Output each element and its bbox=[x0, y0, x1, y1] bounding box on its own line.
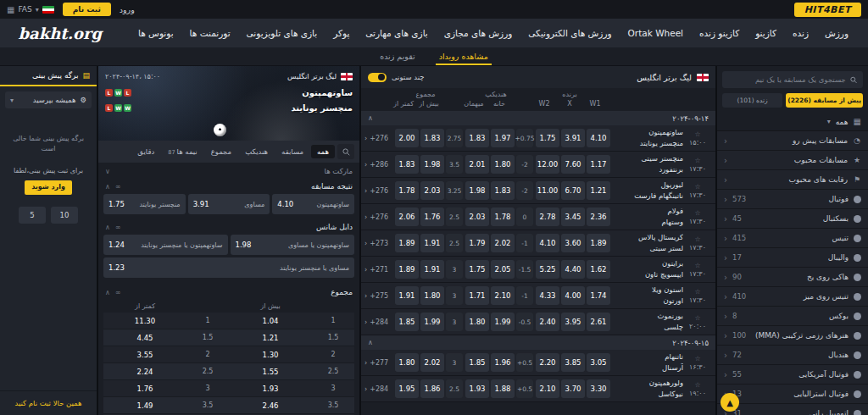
odd-handicap-home[interactable]: 1.97 bbox=[491, 129, 515, 147]
under-odd[interactable]: 1.49 bbox=[103, 401, 186, 410]
odd-w2[interactable]: 2.40 bbox=[536, 313, 559, 331]
under-odd[interactable]: 11.30 bbox=[103, 317, 186, 325]
favorite-star-icon[interactable]: ☆ bbox=[694, 209, 700, 217]
odd-over[interactable]: 1.99 bbox=[420, 313, 444, 331]
odd-under[interactable]: 2.00 bbox=[395, 129, 419, 147]
odd-handicap-home[interactable]: 1.99 bbox=[491, 313, 515, 331]
odd-w2[interactable]: 5.25 bbox=[536, 260, 559, 279]
odd-handicap-home[interactable]: 1.88 bbox=[491, 379, 515, 398]
favorite-star-icon[interactable]: ☆ bbox=[694, 314, 700, 322]
match-teams[interactable]: تاتنهامآرسنال bbox=[610, 351, 683, 374]
odd-handicap-home[interactable]: 1.96 bbox=[491, 353, 515, 372]
sidebar-sport-item[interactable]: هنرهای رزمی ترکیبی (MMA)100‹ bbox=[717, 326, 868, 346]
odd-handicap-away[interactable]: 1.93 bbox=[465, 379, 489, 398]
match-teams[interactable]: فولاموستهام bbox=[610, 206, 683, 228]
odd-over[interactable]: 1.76 bbox=[420, 208, 444, 226]
more-markets-button[interactable]: +275‹ bbox=[364, 292, 392, 300]
odd-x[interactable]: 4.00 bbox=[561, 286, 585, 305]
odd-x[interactable]: 4.40 bbox=[561, 260, 585, 279]
detail-tab[interactable]: مجموع bbox=[205, 145, 237, 158]
sidebar-sport-item[interactable]: بسکتبال45‹ bbox=[717, 209, 868, 229]
odd-under[interactable]: 1.89 bbox=[395, 234, 419, 252]
odd-over[interactable]: 2.03 bbox=[420, 181, 444, 200]
quick-stake-button[interactable]: 5 bbox=[19, 207, 46, 224]
odd-x[interactable]: 3.70 bbox=[561, 379, 585, 398]
match-row[interactable]: ☆۱۷:۳۰کریستال پالاسلستر سیتی1.893.604.10… bbox=[361, 230, 715, 257]
detail-tab[interactable]: نیمه ها87 bbox=[162, 145, 203, 158]
odd-over[interactable]: 1.91 bbox=[420, 234, 444, 252]
odd-handicap-home[interactable]: 2.05 bbox=[491, 260, 515, 279]
over-odd[interactable]: 1.21 bbox=[229, 334, 312, 342]
odd-w2[interactable]: 12.00 bbox=[536, 155, 559, 174]
odd-cell[interactable]: ساوتهمپتون یا منچستر یونایتد1.24 bbox=[103, 235, 228, 255]
betslip-header[interactable]: ▤ برگه پیش بینی bbox=[0, 66, 97, 86]
more-markets-button[interactable]: +284‹ bbox=[364, 318, 392, 326]
odd-w2[interactable]: 4.33 bbox=[536, 286, 559, 305]
nav-item[interactable]: کازینو زنده bbox=[692, 19, 747, 47]
under-odd[interactable]: 4.45 bbox=[103, 334, 186, 342]
odd-under[interactable]: 1.78 bbox=[395, 181, 419, 200]
subnav-item[interactable]: تقویم زنده bbox=[376, 47, 419, 65]
search-input[interactable] bbox=[728, 75, 846, 84]
odd-under[interactable]: 1.80 bbox=[395, 353, 419, 372]
odd-w1[interactable]: 4.10 bbox=[587, 129, 610, 147]
odd-x[interactable]: 3.60 bbox=[561, 234, 585, 252]
odd-w2[interactable]: 1.75 bbox=[536, 129, 559, 147]
odd-x[interactable]: 3.45 bbox=[561, 208, 585, 226]
bakht-logo[interactable]: bakht.org bbox=[0, 25, 124, 42]
subnav-item[interactable]: مشاهده رویداد bbox=[436, 47, 492, 65]
odd-under[interactable]: 1.95 bbox=[395, 379, 419, 398]
match-row[interactable]: ☆۱۶:۳۰تاتنهامآرسنال3.053.852.20+0.51.961… bbox=[361, 350, 715, 376]
odd-over[interactable]: 1.83 bbox=[420, 129, 444, 147]
odd-x[interactable]: 3.91 bbox=[561, 129, 585, 147]
over-odd[interactable]: 1.30 bbox=[229, 351, 312, 359]
chevron-up-icon[interactable]: ∧ bbox=[105, 224, 110, 231]
favorite-star-icon[interactable]: ☆ bbox=[694, 262, 700, 269]
chevron-up-icon[interactable]: ∧ bbox=[105, 289, 110, 296]
nav-item[interactable]: بونوس ها bbox=[131, 19, 181, 47]
betslip-mode-dropdown[interactable]: ⚙ همیشه بپرسید ▾ bbox=[5, 91, 92, 108]
under-odd[interactable]: 1.76 bbox=[103, 385, 186, 393]
sidebar-sport-item[interactable]: فوتبال573‹ bbox=[717, 190, 868, 209]
sidebar-sport-item[interactable]: ◔مسابقات پیش رو‹ bbox=[717, 131, 868, 151]
match-row[interactable]: ☆۱۵:۰۰ساوتهمپتونمنچستر یونایتد4.103.911.… bbox=[361, 125, 715, 152]
search-box[interactable] bbox=[722, 71, 863, 88]
odd-over[interactable]: 2.02 bbox=[420, 353, 444, 372]
odd-w1[interactable]: 1.89 bbox=[587, 234, 610, 252]
nav-item[interactable]: ورزش bbox=[817, 19, 856, 47]
match-teams[interactable]: منچستر سیتیبرنتفورد bbox=[610, 153, 683, 175]
detail-tab[interactable]: مسابقه bbox=[275, 145, 309, 158]
match-teams[interactable]: برایتونایپسویچ تاون bbox=[610, 258, 683, 280]
match-row[interactable]: ☆۱۹:۰۰ولورهمپتوننیوکاسل3.303.702.10+0.51… bbox=[361, 376, 715, 402]
odd-w2[interactable]: 4.10 bbox=[536, 234, 559, 252]
betslip-login-button[interactable]: وارد شوید bbox=[25, 180, 72, 195]
detail-tab[interactable]: هندیکپ bbox=[239, 145, 274, 158]
multi-column-toggle[interactable] bbox=[368, 73, 387, 82]
odd-under[interactable]: 2.06 bbox=[395, 208, 419, 226]
odd-x[interactable]: 3.95 bbox=[561, 313, 585, 331]
odd-handicap-away[interactable]: 1.75 bbox=[465, 260, 489, 279]
sidebar-sport-item[interactable]: فوتبال آمریکایی55‹ bbox=[717, 365, 868, 385]
detail-tab[interactable]: دقایق bbox=[131, 145, 160, 158]
odd-handicap-away[interactable]: 1.79 bbox=[465, 234, 489, 252]
nav-item[interactable]: بازی های تلویزیونی bbox=[239, 19, 326, 47]
favorite-star-icon[interactable]: ☆ bbox=[694, 381, 700, 389]
sidebar-sport-item[interactable]: تنیس روی میز410‹ bbox=[717, 287, 868, 307]
more-markets-button[interactable]: +286‹ bbox=[364, 161, 392, 169]
odd-x[interactable]: 3.85 bbox=[561, 353, 585, 372]
over-odd[interactable]: 1.04 bbox=[229, 317, 312, 325]
match-teams[interactable]: لیورپولناتینگهام فارست bbox=[610, 180, 683, 202]
favorite-star-icon[interactable]: ☆ bbox=[694, 288, 700, 296]
odd-cell[interactable]: ساوتهمپتون یا مساوی1.98 bbox=[231, 235, 355, 255]
sidebar-sport-item[interactable]: هندبال72‹ bbox=[717, 346, 868, 365]
odd-handicap-home[interactable]: 1.78 bbox=[491, 208, 515, 226]
under-odd[interactable]: 3.55 bbox=[103, 351, 186, 359]
sidebar-sport-item[interactable]: بوکس8‹ bbox=[717, 307, 868, 326]
sidebar-sport-item[interactable]: والیبال17‹ bbox=[717, 248, 868, 268]
more-markets-button[interactable]: +271‹ bbox=[364, 266, 392, 274]
sidebar-sport-item[interactable]: تنیس415‹ bbox=[717, 229, 868, 248]
nav-item[interactable]: پوکر bbox=[326, 19, 357, 47]
over-odd[interactable]: 1.55 bbox=[229, 368, 312, 376]
under-odd[interactable]: 2.24 bbox=[103, 368, 186, 376]
odd-w2[interactable]: 11.00 bbox=[536, 181, 559, 200]
